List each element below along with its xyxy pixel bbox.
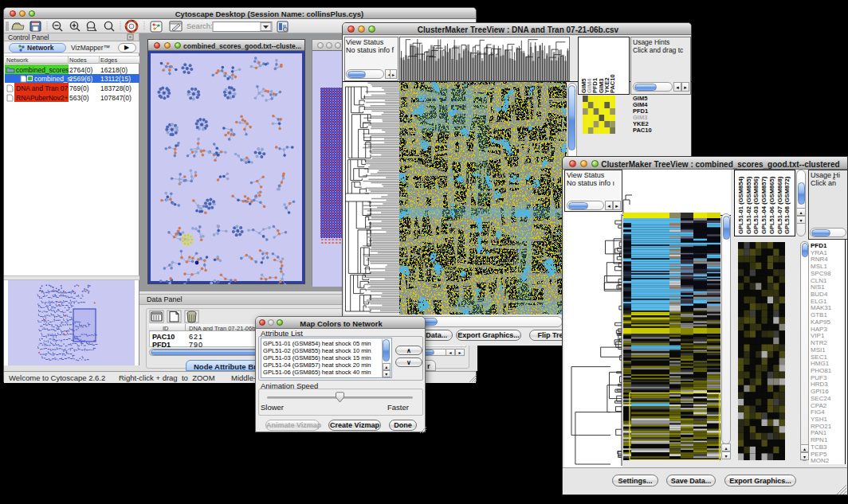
svg-text:GPL51-03 (GSM856): GPL51-03 (GSM856)	[752, 176, 760, 234]
svg-text:GPL51-08 (GSM872): GPL51-08 (GSM872)	[783, 176, 791, 234]
svg-text:GPL51-06 (GSM865): GPL51-06 (GSM865)	[768, 176, 775, 234]
svg-text:GPL51-02 (GSM855): GPL51-02 (GSM855)	[745, 176, 752, 234]
svg-text:GPL51-07 (GSM868): GPL51-07 (GSM868)	[776, 176, 783, 234]
svg-text:GPL51-01 (GSM854): GPL51-01 (GSM854)	[737, 176, 744, 234]
svg-text:Search:: Search:	[186, 21, 213, 30]
svg-text:GPL51-04 (GSM857): GPL51-04 (GSM857)	[760, 176, 768, 234]
svg-text:PAC10: PAC10	[609, 74, 616, 93]
